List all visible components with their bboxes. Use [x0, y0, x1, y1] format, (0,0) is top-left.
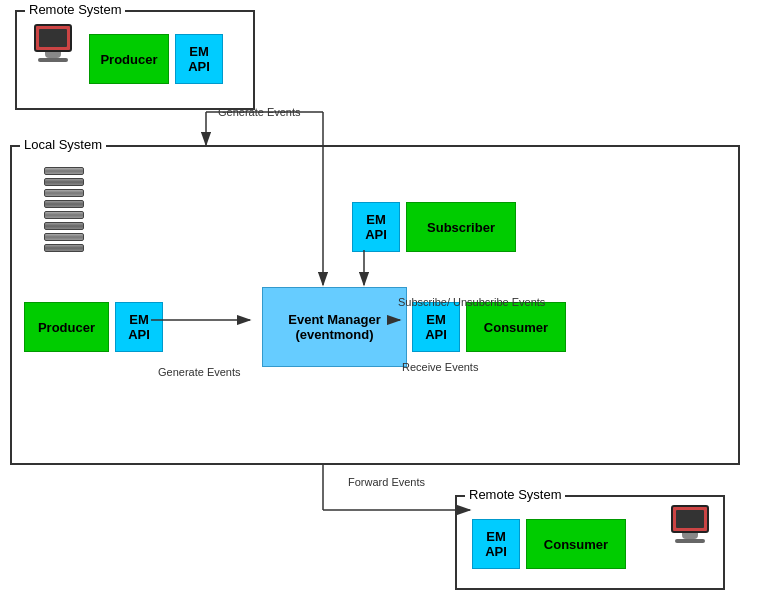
producer-box-top: Producer — [89, 34, 169, 84]
remote-system-top-label: Remote System — [25, 2, 125, 17]
em-api-box-top: EM API — [175, 34, 223, 84]
generate-events-top-label: Generate Events — [218, 105, 301, 119]
local-system-label: Local System — [20, 137, 106, 152]
local-system: Local System Producer EM API EM API — [10, 145, 740, 465]
forward-events-label: Forward Events — [348, 475, 425, 489]
remote-pc-icon-bottom — [665, 505, 715, 570]
consumer-box-local: Consumer — [466, 302, 566, 352]
consumer-box-bottom: Consumer — [526, 519, 626, 569]
diagram-container: Remote System Producer EM API Local Syst… — [0, 0, 762, 602]
event-manager-box: Event Manager (eventmond) — [262, 287, 407, 367]
remote-system-bottom-label: Remote System — [465, 487, 565, 502]
remote-pc-icon-top — [25, 24, 80, 94]
receive-events-label: Receive Events — [402, 360, 478, 374]
remote-system-bottom: Remote System EM API Consumer — [455, 495, 725, 590]
subscribe-events-label: Subscribe/ Unsubcribe Events — [398, 295, 545, 309]
generate-events-local-label: Generate Events — [158, 365, 241, 379]
producer-box-local: Producer — [24, 302, 109, 352]
subscriber-box: Subscriber — [406, 202, 516, 252]
em-api-box-local: EM API — [115, 302, 163, 352]
em-api-box-bottom: EM API — [472, 519, 520, 569]
remote-system-top: Remote System Producer EM API — [15, 10, 255, 110]
em-api-box-consumer: EM API — [412, 302, 460, 352]
server-icon-local — [24, 167, 104, 267]
em-api-box-subscriber: EM API — [352, 202, 400, 252]
